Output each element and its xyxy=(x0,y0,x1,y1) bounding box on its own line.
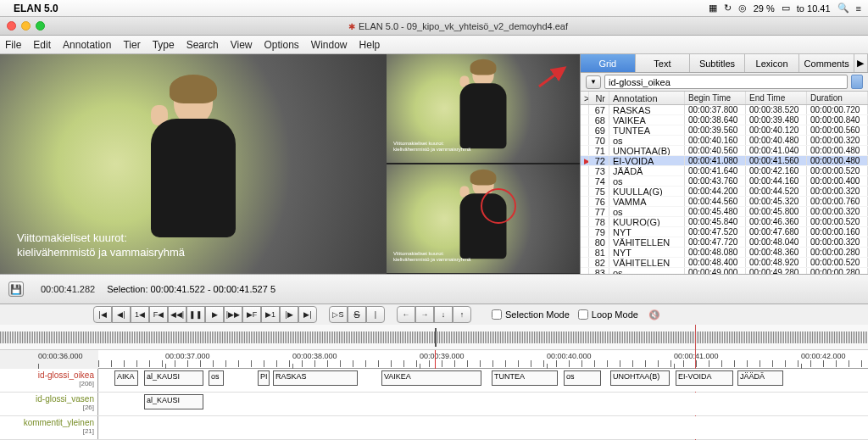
annotation-segment[interactable]: JÄÄDÄ xyxy=(737,370,783,386)
grid-row[interactable]: 68VAIKEA00:00:38.64000:00:39.48000:00:00… xyxy=(581,115,868,125)
grid-row[interactable]: 74os00:00:43.76000:00:44.16000:00:00.400 xyxy=(581,176,868,187)
grid-row[interactable]: ▶72EI-VOIDA00:00:41.08000:00:41.56000:00… xyxy=(581,156,868,166)
play-button[interactable]: ▶ xyxy=(205,306,224,323)
annotation-segment[interactable]: UNOHTAA(B) xyxy=(610,370,670,386)
clock[interactable]: to 10.41 xyxy=(797,3,831,14)
video-thumb-bottom[interactable]: Viittomakieliset kuurot: kielivähemmistö… xyxy=(387,164,580,273)
tier-label[interactable]: id-glossi_oikea[206] xyxy=(0,369,98,392)
menu-search[interactable]: Search xyxy=(186,39,219,51)
grid-row[interactable]: 82VÄHITELLEN00:00:48.40000:00:48.92000:0… xyxy=(581,258,868,268)
grid-header-annotation[interactable]: Annotation xyxy=(609,92,685,104)
sel-right-button[interactable]: → xyxy=(415,306,434,323)
save-button[interactable]: 💾 xyxy=(8,281,24,297)
grid-row[interactable]: 75KUULLA(G)00:00:44.20000:00:44.52000:00… xyxy=(581,187,868,197)
tab-comments[interactable]: Comments xyxy=(799,54,854,72)
grid-header-duration[interactable]: Duration xyxy=(807,92,868,104)
goto-begin-button[interactable]: |◀ xyxy=(93,306,112,323)
tier-label[interactable]: id-glossi_vasen[26] xyxy=(0,393,98,415)
annotation-segment[interactable]: EI-VOIDA xyxy=(676,370,733,386)
speaker-icon[interactable]: 🔇 xyxy=(648,309,660,320)
wifi-icon[interactable]: ◎ xyxy=(738,3,747,14)
annotation-segment[interactable]: VAIKEA xyxy=(381,370,481,386)
next-sec-button[interactable]: ▶1 xyxy=(261,306,280,323)
annotation-segment[interactable]: RASKAS xyxy=(273,370,358,386)
grid-header-end[interactable]: End Time xyxy=(746,92,807,104)
menu-annotation[interactable]: Annotation xyxy=(63,39,111,51)
menu-tier[interactable]: Tier xyxy=(123,39,140,51)
pause-button[interactable]: ❚❚ xyxy=(186,306,205,323)
menu-options[interactable]: Options xyxy=(264,39,299,51)
annotation-segment[interactable]: al_KAUSI xyxy=(144,394,203,409)
grid-header-nr[interactable]: Nr xyxy=(589,92,609,104)
annotation-segment[interactable]: al_KAUSI xyxy=(144,370,203,386)
tier-track[interactable]: AIKAal_KAUSIosPIRASKASVAIKEATUNTEAosUNOH… xyxy=(98,369,868,392)
sel-begin-button[interactable]: | xyxy=(366,306,385,323)
sel-up-button[interactable]: ↑ xyxy=(453,306,471,323)
grid-row[interactable]: 70os00:00:40.16000:00:40.48000:00:00.320 xyxy=(581,136,868,146)
grid-row[interactable]: 71UNOHTAA(B)00:00:40.56000:00:41.04000:0… xyxy=(581,146,868,156)
tier-label[interactable]: kommentit_yleinen[21] xyxy=(0,416,98,439)
grid-row[interactable]: 76VAMMA00:00:44.56000:00:45.32000:00:00.… xyxy=(581,197,868,207)
tab-lexicon[interactable]: Lexicon xyxy=(745,54,800,72)
next-scroll-button[interactable]: |▶ xyxy=(280,306,298,323)
timemachine-icon[interactable]: ↻ xyxy=(724,3,732,14)
selection-mode-checkbox[interactable]: Selection Mode xyxy=(492,309,570,320)
clear-selection-button[interactable]: S xyxy=(348,306,366,323)
prev-sec-button[interactable]: 1◀ xyxy=(131,306,149,323)
prev-pixel-button[interactable]: ◀◀| xyxy=(168,306,186,323)
menu-window[interactable]: Window xyxy=(311,39,348,51)
grid-row[interactable]: 79NYT00:00:47.52000:00:47.68000:00:00.16… xyxy=(581,227,868,237)
sel-down-button[interactable]: ↓ xyxy=(434,306,453,323)
timeline-ruler[interactable]: 00:00:36.00000:00:37.00000:00:38.00000:0… xyxy=(98,350,868,369)
tab-more[interactable]: ▶ xyxy=(854,54,868,72)
tier-track[interactable] xyxy=(98,416,868,439)
menu-extra-icon[interactable]: ▦ xyxy=(709,3,717,14)
sel-left-button[interactable]: ← xyxy=(397,306,415,323)
annotation-segment[interactable]: PI xyxy=(258,370,270,386)
waveform[interactable] xyxy=(0,325,868,350)
grid-row[interactable]: 77os00:00:45.48000:00:45.80000:00:00.320 xyxy=(581,207,868,217)
grid-row[interactable]: 83os00:00:49.00000:00:49.28000:00:00.280 xyxy=(581,268,868,274)
menu-view[interactable]: View xyxy=(231,39,253,51)
menu-icon[interactable]: ≡ xyxy=(856,3,861,14)
tab-text[interactable]: Text xyxy=(636,54,691,72)
tier-mode-dropdown[interactable]: ▼ xyxy=(586,75,601,89)
tier-select[interactable]: id-glossi_oikea xyxy=(604,75,848,89)
prev-frame-button[interactable]: F◀ xyxy=(149,306,168,323)
minimize-button[interactable] xyxy=(21,21,31,31)
grid-body[interactable]: 67RASKAS00:00:37.80000:00:38.52000:00:00… xyxy=(581,105,868,274)
grid-row[interactable]: 78KUURO(G)00:00:45.84000:00:46.36000:00:… xyxy=(581,217,868,227)
annotation-segment[interactable]: TUNTEA xyxy=(492,370,558,386)
grid-row[interactable]: 73JÄÄDÄ00:00:41.64000:00:42.16000:00:00.… xyxy=(581,166,868,176)
grid-row[interactable]: 80VÄHITELLEN00:00:47.72000:00:48.04000:0… xyxy=(581,237,868,248)
grid-row[interactable]: 81NYT00:00:48.08000:00:48.36000:00:00.28… xyxy=(581,248,868,258)
battery-icon[interactable]: ▭ xyxy=(782,3,790,14)
menu-file[interactable]: File xyxy=(5,39,21,51)
next-pixel-button[interactable]: |▶▶ xyxy=(224,306,242,323)
video-main[interactable]: Viittomakieliset kuurot: kielivähemmistö… xyxy=(0,54,387,274)
grid-header-begin[interactable]: Begin Time xyxy=(685,92,746,104)
prev-scroll-button[interactable]: ◀| xyxy=(112,306,131,323)
goto-end-button[interactable]: ▶| xyxy=(298,306,317,323)
app-name[interactable]: ELAN 5.0 xyxy=(14,3,58,14)
next-frame-button[interactable]: ▶F xyxy=(242,306,261,323)
annotation-segment[interactable]: os xyxy=(209,370,224,386)
menu-edit[interactable]: Edit xyxy=(33,39,51,51)
grid-row[interactable]: 69TUNTEA00:00:39.56000:00:40.12000:00:00… xyxy=(581,125,868,136)
loop-mode-checkbox[interactable]: Loop Mode xyxy=(578,309,638,320)
tab-subtitles[interactable]: Subtitles xyxy=(690,54,745,72)
play-selection-button[interactable]: ▷S xyxy=(329,306,348,323)
video-thumb-top[interactable]: Viittomakieliset kuurot: kielivähemmistö… xyxy=(387,54,580,163)
zoom-button[interactable] xyxy=(36,21,45,31)
tab-grid[interactable]: Grid xyxy=(581,54,636,72)
annotation-segment[interactable]: AIKA xyxy=(114,370,138,386)
annotation-segment[interactable]: os xyxy=(564,370,601,386)
spotlight-icon[interactable]: 🔍 xyxy=(837,3,849,14)
tier-select-stepper[interactable] xyxy=(851,75,863,89)
grid-row[interactable]: 67RASKAS00:00:37.80000:00:38.52000:00:00… xyxy=(581,105,868,115)
tier-row: id-glossi_oikea[206]AIKAal_KAUSIosPIRASK… xyxy=(0,369,868,393)
close-button[interactable] xyxy=(7,21,16,31)
tier-track[interactable]: al_KAUSI xyxy=(98,393,868,415)
menu-type[interactable]: Type xyxy=(153,39,175,51)
menu-help[interactable]: Help xyxy=(359,39,381,51)
